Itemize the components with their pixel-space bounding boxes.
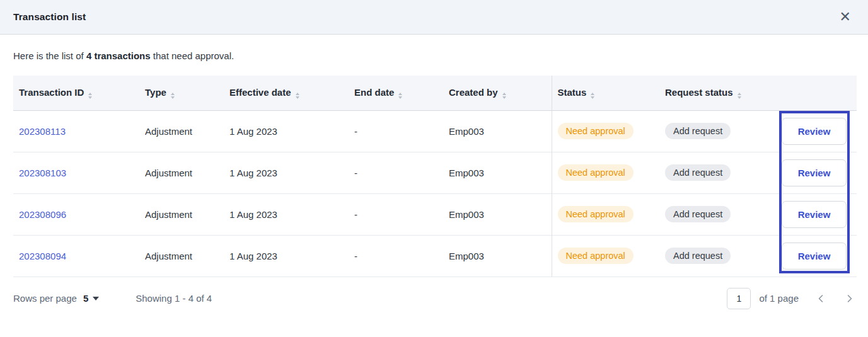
request-status-badge: Add request xyxy=(665,206,731,223)
review-button[interactable]: Review xyxy=(782,118,847,145)
sort-icon[interactable] xyxy=(398,93,402,99)
intro-text: Here is the list of 4 transactions that … xyxy=(13,50,855,61)
next-page-icon[interactable] xyxy=(843,292,857,306)
column-label: Request status xyxy=(665,87,733,98)
review-button[interactable]: Review xyxy=(782,243,847,270)
status-badge: Need approval xyxy=(558,123,634,140)
column-label: Effective date xyxy=(229,87,291,98)
modal-header: Transaction list ✕ xyxy=(0,0,868,35)
created-by-cell: Emp003 xyxy=(443,235,552,277)
intro-suffix: that need approval. xyxy=(151,50,234,61)
column-header-type: Type xyxy=(139,76,224,110)
end-date-cell: - xyxy=(349,235,443,277)
page-number-input[interactable] xyxy=(727,288,751,309)
type-cell: Adjustment xyxy=(139,110,224,152)
type-cell: Adjustment xyxy=(139,152,224,193)
effective-date-cell: 1 Aug 2023 xyxy=(224,235,349,277)
column-header-effective-date: Effective date xyxy=(224,76,349,110)
column-header-end-date: End date xyxy=(349,76,443,110)
end-date-cell: - xyxy=(349,193,443,235)
sort-icon[interactable] xyxy=(738,93,741,99)
transaction-id-link[interactable]: 202308103 xyxy=(19,168,66,178)
intro-count: 4 transactions xyxy=(86,50,151,61)
chevron-down-icon[interactable] xyxy=(93,297,99,300)
column-header-transaction-id: Transaction ID xyxy=(13,76,139,110)
column-label: End date xyxy=(354,87,394,98)
status-badge: Need approval xyxy=(558,164,634,181)
status-badge: Need approval xyxy=(558,206,634,223)
sort-icon[interactable] xyxy=(296,93,299,99)
column-header-status: Status xyxy=(552,76,659,110)
transaction-table-wrap: Transaction ID Type Effective date End d… xyxy=(13,76,857,277)
column-label: Status xyxy=(558,87,587,98)
table-row: 202308096 Adjustment 1 Aug 2023 - Emp003… xyxy=(13,193,857,235)
effective-date-cell: 1 Aug 2023 xyxy=(224,110,349,152)
table-row: 202308113 Adjustment 1 Aug 2023 - Emp003… xyxy=(13,110,857,152)
intro-prefix: Here is the list of xyxy=(13,50,86,61)
sort-icon[interactable] xyxy=(88,93,92,99)
column-label: Type xyxy=(145,87,166,98)
transaction-id-link[interactable]: 202308096 xyxy=(19,209,66,220)
effective-date-cell: 1 Aug 2023 xyxy=(224,152,349,193)
table-header-row: Transaction ID Type Effective date End d… xyxy=(13,76,857,110)
created-by-cell: Emp003 xyxy=(443,193,552,235)
status-badge: Need approval xyxy=(558,248,634,265)
rows-per-page-label: Rows per page xyxy=(13,293,77,304)
end-date-cell: - xyxy=(349,110,443,152)
column-header-request-status: Request status xyxy=(659,76,772,110)
request-status-badge: Add request xyxy=(665,164,731,181)
type-cell: Adjustment xyxy=(139,193,224,235)
request-status-badge: Add request xyxy=(665,248,731,265)
rows-per-page-value[interactable]: 5 xyxy=(83,293,88,304)
page-title: Transaction list xyxy=(13,11,86,23)
effective-date-cell: 1 Aug 2023 xyxy=(224,193,349,235)
sort-icon[interactable] xyxy=(591,93,594,99)
end-date-cell: - xyxy=(349,152,443,193)
close-icon[interactable]: ✕ xyxy=(836,9,855,25)
sort-icon[interactable] xyxy=(502,93,506,99)
column-label: Transaction ID xyxy=(19,87,84,98)
sort-icon[interactable] xyxy=(171,93,175,99)
previous-page-icon[interactable] xyxy=(814,292,828,306)
created-by-cell: Emp003 xyxy=(443,110,552,152)
column-header-created-by: Created by xyxy=(443,76,552,110)
review-button[interactable]: Review xyxy=(782,201,847,228)
column-header-actions xyxy=(772,76,857,110)
review-button[interactable]: Review xyxy=(782,159,847,186)
page-total-text: of 1 page xyxy=(759,293,799,304)
transaction-id-link[interactable]: 202308113 xyxy=(19,126,66,137)
transaction-table: Transaction ID Type Effective date End d… xyxy=(13,76,857,277)
created-by-cell: Emp003 xyxy=(443,152,552,193)
request-status-badge: Add request xyxy=(665,123,731,140)
table-row: 202308094 Adjustment 1 Aug 2023 - Emp003… xyxy=(13,235,857,277)
transaction-id-link[interactable]: 202308094 xyxy=(19,251,66,261)
column-label: Created by xyxy=(449,87,498,98)
table-row: 202308103 Adjustment 1 Aug 2023 - Emp003… xyxy=(13,152,857,193)
table-footer: Rows per page 5 Showing 1 - 4 of 4 of 1 … xyxy=(13,288,857,309)
showing-range-text: Showing 1 - 4 of 4 xyxy=(136,293,212,304)
type-cell: Adjustment xyxy=(139,235,224,277)
